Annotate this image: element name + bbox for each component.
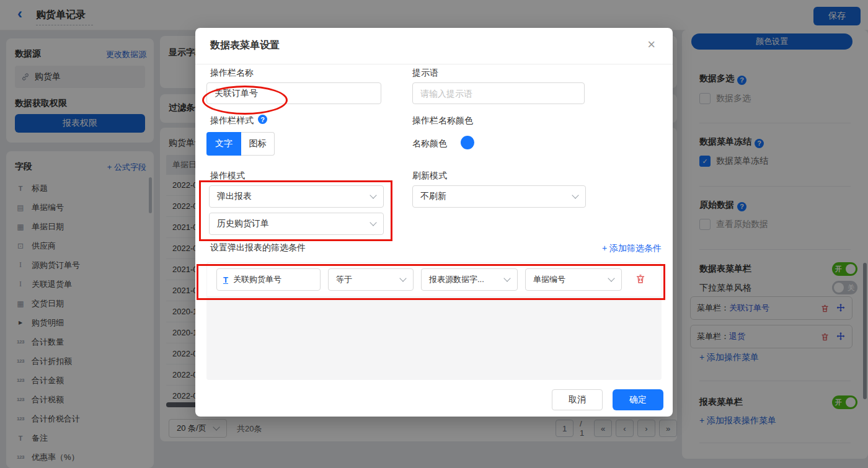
report-select[interactable]: 历史购货订单 — [209, 213, 384, 235]
confirm-button[interactable]: 确定 — [613, 389, 663, 410]
filter-source-select[interactable]: 报表源数据字... — [421, 268, 518, 291]
app-window: 购货单记录 保存 数据源 更改数据源 购货单 数据获取权限 报表权限 字段 + … — [0, 0, 868, 468]
report-value: 历史购货订单 — [217, 218, 269, 229]
chevron-down-icon — [399, 275, 406, 281]
chevron-down-icon — [608, 275, 614, 281]
style-option-icon[interactable]: 图标 — [241, 132, 275, 156]
trash-icon[interactable] — [635, 273, 646, 285]
tooltip-label: 提示语 — [412, 68, 438, 79]
add-filter-link[interactable]: + 添加筛选条件 — [602, 243, 662, 254]
filter-field-value: 关联购货单号 — [233, 274, 281, 285]
mode-label: 操作模式 — [210, 170, 245, 182]
style-option-text[interactable]: 文字 — [206, 132, 241, 156]
refresh-label: 刷新模式 — [412, 170, 447, 182]
filter-row: 关联购货单号 等于 报表源数据字... 单据编号 — [207, 263, 661, 296]
close-icon[interactable] — [647, 37, 655, 53]
mode-value: 弹出报表 — [217, 191, 252, 202]
filter-source-value: 报表源数据字... — [429, 274, 484, 285]
name-color-field-label: 名称颜色 — [412, 138, 447, 149]
cancel-button[interactable]: 取消 — [552, 389, 603, 410]
action-name-label: 操作栏名称 — [210, 68, 254, 79]
filter-value-value: 单据编号 — [533, 274, 565, 285]
text-field-icon — [223, 275, 228, 285]
divider — [195, 64, 673, 64]
color-swatch[interactable] — [461, 136, 474, 149]
filter-field-box[interactable]: 关联购货单号 — [216, 268, 321, 291]
refresh-value: 不刷新 — [420, 191, 446, 202]
tooltip-input[interactable] — [412, 82, 585, 104]
filter-conditions-panel: 关联购货单号 等于 报表源数据字... 单据编号 — [206, 262, 662, 380]
chevron-down-icon — [503, 275, 510, 281]
filter-value-select[interactable]: 单据编号 — [525, 268, 622, 291]
filter-operator-value: 等于 — [336, 274, 352, 285]
chevron-down-icon — [370, 219, 376, 226]
style-label: 操作栏样式 — [210, 115, 254, 126]
filter-operator-select[interactable]: 等于 — [328, 268, 414, 291]
table-menu-settings-modal: 数据表菜单设置 操作栏名称 提示语 操作栏样式 文字 图标 操作栏名称颜色 名称… — [195, 28, 673, 417]
help-icon[interactable] — [258, 115, 267, 124]
chevron-down-icon — [370, 192, 376, 198]
style-segmented-control: 文字 图标 — [206, 132, 275, 156]
filter-section-label: 设置弹出报表的筛选条件 — [210, 242, 306, 254]
action-name-input[interactable] — [206, 82, 381, 104]
name-color-label: 操作栏名称颜色 — [412, 115, 473, 126]
modal-title: 数据表菜单设置 — [210, 39, 280, 52]
mode-select[interactable]: 弹出报表 — [209, 185, 384, 208]
refresh-select[interactable]: 不刷新 — [412, 185, 586, 208]
chevron-down-icon — [572, 192, 578, 198]
